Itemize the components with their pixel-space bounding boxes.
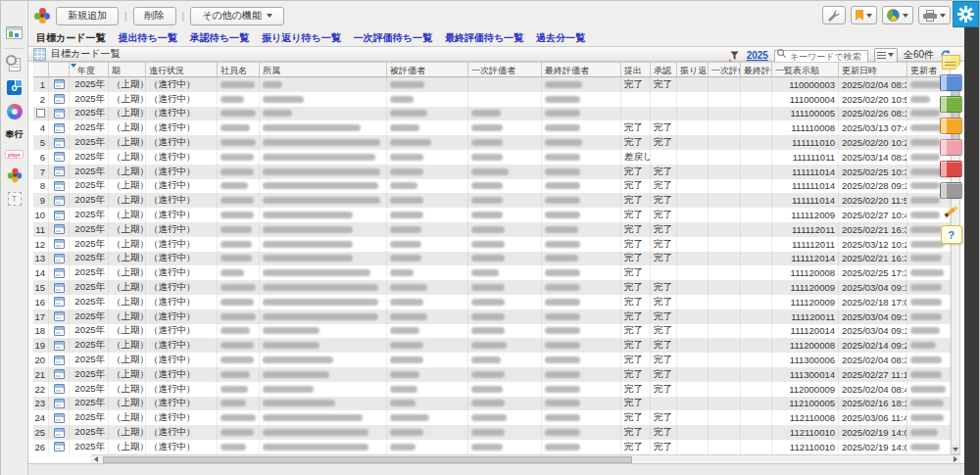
table-row[interactable]: 202025年（上期）（進行中）完了完了1113000062025/02/04 … — [33, 353, 951, 367]
column-header-num[interactable] — [33, 63, 49, 76]
color-swatch-green[interactable] — [940, 96, 962, 113]
filter-funnel-icon[interactable] — [728, 49, 741, 62]
more-functions-button[interactable]: その他の機能 — [190, 7, 284, 25]
goal-card-icon[interactable] — [54, 239, 65, 249]
column-header-dept[interactable]: 所属 — [260, 63, 387, 76]
help-icon[interactable]: ? — [941, 225, 962, 244]
column-header-emp[interactable]: 社員名 — [218, 63, 260, 76]
goal-card-icon[interactable] — [54, 326, 65, 336]
goal-card-icon[interactable] — [54, 196, 65, 206]
table-row[interactable]: 122025年（上期）（進行中）完了完了1111120112025/03/12 … — [33, 237, 951, 252]
table-row[interactable]: 192025年（上期）（進行中）完了完了1112000082025/02/14 … — [33, 338, 951, 353]
goal-card-icon[interactable] — [54, 254, 65, 263]
color-swatch-pink[interactable] — [940, 139, 962, 156]
text-tool-icon[interactable]: T — [8, 192, 22, 206]
goal-card-icon[interactable] — [54, 94, 65, 104]
goal-card-icon[interactable] — [54, 181, 65, 191]
scroll-down-arrow[interactable] — [952, 445, 959, 453]
pencil-icon[interactable] — [942, 204, 961, 220]
settings-button[interactable] — [953, 1, 979, 27]
column-header-term[interactable]: 期 — [109, 63, 146, 76]
goal-card-icon[interactable] — [54, 268, 65, 278]
tab-1[interactable]: 目標カード一覧 — [36, 31, 105, 45]
column-header-updated[interactable]: 更新日時 — [839, 63, 907, 76]
table-row[interactable]: 162025年（上期）（進行中）完了完了1111200092025/02/18 … — [33, 295, 951, 309]
playe-logo[interactable]: playe — [5, 150, 24, 159]
year-filter-link[interactable]: 2025 — [747, 50, 768, 61]
goal-card-icon[interactable] — [54, 297, 65, 307]
scroll-right-arrow[interactable] — [951, 455, 960, 464]
goal-card-icon[interactable] — [54, 356, 65, 365]
table-row[interactable]: 62025年（上期）（進行中）差戻し1111110112025/03/14 08… — [33, 150, 951, 165]
tab-4[interactable]: 振り返り待ち一覧 — [262, 31, 341, 45]
horizontal-scroll-thumb[interactable] — [103, 456, 632, 463]
sticky-note-icon[interactable] — [942, 55, 960, 70]
table-row[interactable]: 2025年（上期）（進行中）1111000052025/02/26 08:16 — [33, 107, 951, 121]
table-row[interactable]: 182025年（上期）（進行中）完了完了1111200142025/03/04 … — [33, 324, 951, 339]
table-row[interactable]: 52025年（上期）（進行中）完了完了1111110102025/02/20 1… — [33, 135, 951, 150]
tab-7[interactable]: 過去分一覧 — [536, 31, 585, 45]
column-header-year[interactable]: 年度 — [70, 63, 109, 76]
color-swatch-orange[interactable] — [940, 118, 962, 134]
microsoft365-icon[interactable] — [7, 104, 23, 119]
table-row[interactable]: 72025年（上期）（進行中）完了完了1111110142025/02/25 1… — [33, 165, 951, 179]
table-row[interactable]: 112025年（上期）（進行中）完了完了1111120112025/02/21 … — [33, 222, 951, 237]
column-header-hyokasha[interactable]: 被評価者 — [387, 63, 468, 76]
goal-card-icon[interactable] — [54, 341, 65, 351]
list-options-button[interactable] — [874, 48, 898, 63]
column-header-icon[interactable] — [49, 63, 70, 76]
table-row[interactable]: 172025年（上期）（進行中）完了完了1111200112025/03/04 … — [33, 309, 951, 324]
table-row[interactable]: 142025年（上期）（進行中）完了1111200082025/02/25 17… — [33, 265, 951, 280]
goal-card-icon[interactable] — [54, 399, 65, 408]
table-row[interactable]: 222025年（上期）（進行中）完了完了1120000092025/02/04 … — [33, 382, 951, 397]
column-header-order[interactable]: 一覧表示順 — [772, 63, 839, 76]
horizontal-scrollbar[interactable] — [91, 454, 960, 463]
outlook-icon[interactable]: o — [7, 80, 22, 95]
row-checkbox[interactable] — [36, 109, 45, 118]
bookmark-button[interactable] — [851, 6, 877, 24]
column-header-ichiji_sha[interactable]: 一次評価者 — [468, 63, 542, 76]
delete-button[interactable]: 削除 — [133, 7, 176, 25]
table-row[interactable]: 12025年（上期）（進行中）完了完了1100000032025/02/04 0… — [33, 77, 951, 92]
goal-card-icon[interactable] — [54, 311, 65, 321]
column-header-approve[interactable]: 承認 — [651, 63, 677, 76]
column-header-ichiji[interactable]: 一次評価 — [709, 63, 741, 76]
table-row[interactable]: 252025年（上期）（進行中）完了完了1121100102025/02/19 … — [33, 425, 951, 440]
obc-diamond-icon[interactable] — [7, 168, 21, 182]
table-row[interactable]: 262025年（上期）（進行中）完了完了1121100102025/02/19 … — [33, 440, 951, 454]
tab-6[interactable]: 最終評価待ち一覧 — [445, 31, 523, 45]
goal-card-icon[interactable] — [54, 283, 65, 293]
goal-card-icon[interactable] — [54, 384, 65, 394]
goal-card-icon[interactable] — [54, 442, 65, 451]
goal-card-icon[interactable] — [54, 413, 65, 423]
chart-button[interactable] — [882, 6, 913, 24]
column-header-saishu[interactable]: 最終評価 — [741, 63, 772, 76]
print-button[interactable] — [918, 6, 951, 24]
bugyo-logo[interactable]: 奉行 — [6, 128, 24, 141]
table-row[interactable]: 152025年（上期）（進行中）完了完了1111200092025/03/04 … — [33, 280, 951, 295]
goal-card-icon[interactable] — [54, 109, 65, 119]
new-button[interactable]: 新規追加 — [56, 7, 119, 25]
table-row[interactable]: 132025年（上期）（進行中）完了完了1111120142025/02/21 … — [33, 252, 951, 266]
tab-2[interactable]: 提出待ち一覧 — [118, 31, 176, 45]
goal-card-icon[interactable] — [54, 152, 65, 162]
table-row[interactable]: 102025年（上期）（進行中）完了完了1111120092025/02/27 … — [33, 208, 951, 222]
table-row[interactable]: 242025年（上期）（進行中）完了完了1121100082025/03/06 … — [33, 410, 951, 425]
goal-card-icon[interactable] — [54, 428, 65, 438]
color-swatch-red[interactable] — [940, 161, 962, 177]
goal-card-icon[interactable] — [54, 123, 65, 133]
table-row[interactable]: 212025年（上期）（進行中）完了完了1113000142025/02/27 … — [33, 367, 951, 382]
table-row[interactable]: 232025年（上期）（進行中）完了1121000052025/02/16 18… — [33, 397, 951, 411]
table-row[interactable]: 22025年（上期）（進行中）1110000042025/02/20 10:51 — [33, 92, 951, 107]
column-header-submit[interactable]: 提出 — [621, 63, 651, 76]
table-row[interactable]: 92025年（上期）（進行中）完了完了1111110142025/02/20 1… — [33, 193, 951, 208]
goal-card-icon[interactable] — [54, 138, 65, 148]
column-header-saishu_sha[interactable]: 最終評価者 — [542, 63, 621, 76]
table-row[interactable]: 42025年（上期）（進行中）完了完了1111100082025/03/13 0… — [33, 120, 951, 135]
goal-card-icon[interactable] — [54, 224, 65, 234]
color-swatch-gray[interactable] — [940, 182, 962, 199]
column-header-progress[interactable]: 進行状況 — [146, 63, 218, 76]
tab-3[interactable]: 承認待ち一覧 — [190, 31, 249, 45]
goal-card-icon[interactable] — [54, 211, 65, 220]
table-row[interactable]: 82025年（上期）（進行中）完了完了1111110142025/02/28 0… — [33, 179, 951, 194]
